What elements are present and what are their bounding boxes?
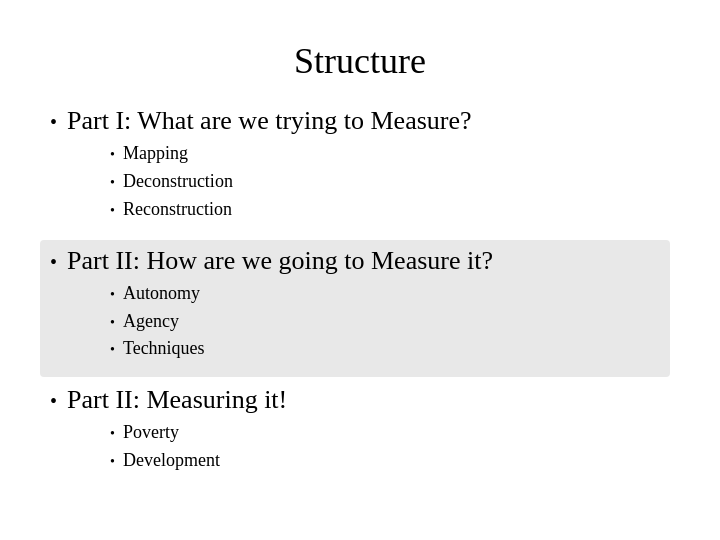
- sub-bullet-icon: •: [110, 200, 115, 222]
- section-label-part1: Part I: What are we trying to Measure?: [67, 106, 472, 136]
- bullet-icon-part3: •: [50, 390, 57, 413]
- sub-bullet-icon: •: [110, 284, 115, 306]
- sub-bullet-icon: •: [110, 451, 115, 473]
- sublist-part2: • Autonomy • Agency • Techniques: [50, 280, 660, 364]
- section-header-part1: • Part I: What are we trying to Measure?: [50, 106, 670, 136]
- section-header-part3: • Part II: Measuring it!: [50, 385, 670, 415]
- subitem-text: Mapping: [123, 140, 188, 168]
- list-item: • Techniques: [110, 335, 660, 363]
- list-item: • Reconstruction: [110, 196, 670, 224]
- subitem-text: Techniques: [123, 335, 205, 363]
- bullet-icon-part1: •: [50, 111, 57, 134]
- bullet-icon-part2: •: [50, 251, 57, 274]
- slide-title: Structure: [50, 40, 670, 82]
- list-item: • Autonomy: [110, 280, 660, 308]
- subitem-text: Agency: [123, 308, 179, 336]
- section-label-part2: Part II: How are we going to Measure it?: [67, 246, 493, 276]
- subitem-text: Development: [123, 447, 220, 475]
- sublist-part3: • Poverty • Development: [50, 419, 670, 475]
- subitem-text: Autonomy: [123, 280, 200, 308]
- sublist-part1: • Mapping • Deconstruction • Reconstruct…: [50, 140, 670, 224]
- section-part1: • Part I: What are we trying to Measure?…: [50, 106, 670, 232]
- sub-bullet-icon: •: [110, 339, 115, 361]
- slide: Structure • Part I: What are we trying t…: [0, 0, 720, 540]
- section-part2: • Part II: How are we going to Measure i…: [40, 240, 670, 378]
- section-header-part2: • Part II: How are we going to Measure i…: [50, 246, 660, 276]
- subitem-text: Deconstruction: [123, 168, 233, 196]
- sub-bullet-icon: •: [110, 172, 115, 194]
- list-item: • Agency: [110, 308, 660, 336]
- subitem-text: Poverty: [123, 419, 179, 447]
- subitem-text: Reconstruction: [123, 196, 232, 224]
- sub-bullet-icon: •: [110, 312, 115, 334]
- list-item: • Development: [110, 447, 670, 475]
- list-item: • Deconstruction: [110, 168, 670, 196]
- sub-bullet-icon: •: [110, 423, 115, 445]
- section-label-part3: Part II: Measuring it!: [67, 385, 287, 415]
- section-part3: • Part II: Measuring it! • Poverty • Dev…: [50, 385, 670, 483]
- sub-bullet-icon: •: [110, 144, 115, 166]
- list-item: • Mapping: [110, 140, 670, 168]
- list-item: • Poverty: [110, 419, 670, 447]
